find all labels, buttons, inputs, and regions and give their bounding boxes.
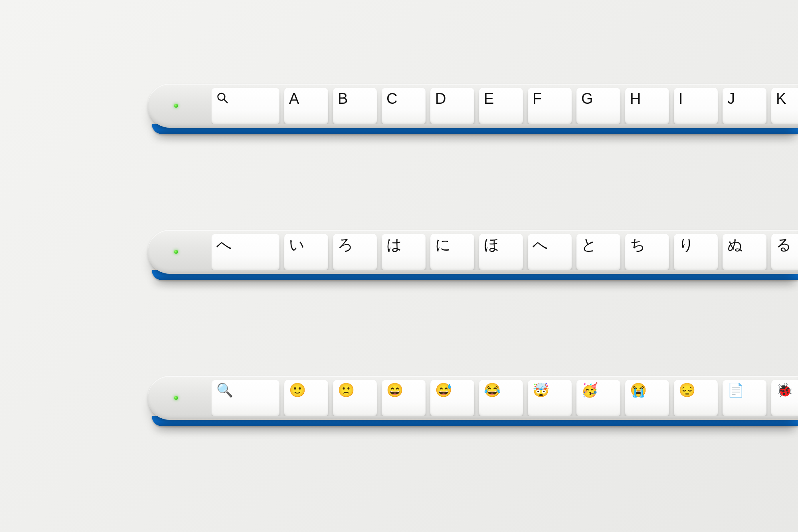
key-emoji-party[interactable]: 🥳 [576, 380, 620, 416]
key-label: J [727, 91, 735, 106]
key-I[interactable]: I [674, 88, 718, 124]
key-row: 🔍 🙂 🙁 😄 😅 😂 🤯 🥳 😭 😔 📄 🐞 [212, 380, 798, 416]
key-label: 😅 [435, 383, 452, 397]
key-ho[interactable]: ほ [479, 234, 523, 270]
key-search[interactable] [212, 88, 279, 124]
key-A[interactable]: A [284, 88, 328, 124]
key-label: ほ [484, 237, 499, 252]
keyboard-bar-emoji: 🔍 🙂 🙁 😄 😅 😂 🤯 🥳 😭 😔 📄 🐞 [148, 376, 798, 432]
key-label: G [581, 91, 593, 106]
key-label: 😭 [630, 383, 647, 397]
key-ha[interactable]: は [382, 234, 426, 270]
key-emoji-sob[interactable]: 😭 [625, 380, 669, 416]
key-label: 🤯 [533, 383, 549, 397]
search-icon [216, 92, 228, 104]
key-D[interactable]: D [430, 88, 474, 124]
key-label: 😂 [484, 383, 501, 397]
key-label: 🙂 [289, 383, 306, 397]
key-label: る [776, 237, 792, 252]
key-K[interactable]: K [771, 88, 798, 124]
key-label: 🥳 [581, 383, 598, 397]
key-label: 😔 [679, 383, 695, 397]
status-led-icon [174, 250, 178, 254]
key-chi[interactable]: ち [625, 234, 669, 270]
key-label: へ [533, 237, 548, 252]
key-label: と [581, 237, 597, 252]
key-emoji-pensive[interactable]: 😔 [674, 380, 718, 416]
search-icon: 🔍 [216, 383, 233, 397]
key-search-emoji[interactable]: 🔍 [212, 380, 279, 416]
key-label: り [679, 237, 694, 252]
status-led-icon [174, 104, 178, 108]
key-G[interactable]: G [576, 88, 620, 124]
key-label: A [289, 91, 299, 106]
key-label: K [776, 91, 786, 106]
key-emoji-sweat-smile[interactable]: 😅 [430, 380, 474, 416]
keyboard-bar-hiragana: へ い ろ は に ほ へ と ち り ぬ る [148, 230, 798, 286]
key-label: D [435, 91, 446, 106]
key-label: 🙁 [338, 383, 354, 397]
keyboard-bar-latin: A B C D E F G H I J K [148, 84, 798, 140]
key-C[interactable]: C [382, 88, 426, 124]
key-ni[interactable]: に [430, 234, 474, 270]
key-emoji-grin[interactable]: 😄 [382, 380, 426, 416]
svg-line-1 [224, 99, 228, 103]
key-nu[interactable]: ぬ [723, 234, 766, 270]
key-label: は [386, 237, 402, 252]
key-emoji-exploding-head[interactable]: 🤯 [528, 380, 572, 416]
key-ro[interactable]: ろ [333, 234, 377, 270]
key-label: F [533, 91, 542, 106]
key-label: い [289, 237, 305, 252]
keyboard-body: 🔍 🙂 🙁 😄 😅 😂 🤯 🥳 😭 😔 📄 🐞 [148, 376, 798, 420]
key-label: B [338, 91, 348, 106]
key-he[interactable]: へ [528, 234, 572, 270]
keyboard-body: A B C D E F G H I J K [148, 84, 798, 128]
key-F[interactable]: F [528, 88, 572, 124]
key-label: 😄 [386, 383, 403, 397]
key-he-first[interactable]: へ [212, 234, 279, 270]
keyboard-body: へ い ろ は に ほ へ と ち り ぬ る [148, 230, 798, 274]
key-label: ろ [338, 237, 353, 252]
key-label: に [435, 237, 451, 252]
key-B[interactable]: B [333, 88, 377, 124]
key-label: C [386, 91, 397, 106]
key-label: ち [630, 237, 646, 252]
key-emoji-frown[interactable]: 🙁 [333, 380, 377, 416]
status-led-icon [174, 396, 178, 400]
key-H[interactable]: H [625, 88, 669, 124]
key-label: へ [216, 237, 232, 252]
key-emoji-page[interactable]: 📄 [723, 380, 766, 416]
key-label: I [679, 91, 683, 106]
key-ri[interactable]: り [674, 234, 718, 270]
key-i[interactable]: い [284, 234, 328, 270]
key-label: 📄 [727, 383, 744, 397]
key-J[interactable]: J [723, 88, 766, 124]
key-emoji-joy[interactable]: 😂 [479, 380, 523, 416]
key-label: 🐞 [776, 383, 793, 397]
key-label: E [484, 91, 494, 106]
key-row: A B C D E F G H I J K [212, 88, 798, 124]
key-label: ぬ [727, 237, 743, 252]
key-E[interactable]: E [479, 88, 523, 124]
key-row: へ い ろ は に ほ へ と ち り ぬ る [212, 234, 798, 270]
product-render-stage: A B C D E F G H I J K へ い ろ は に [0, 0, 798, 532]
key-to[interactable]: と [576, 234, 620, 270]
key-emoji-smile[interactable]: 🙂 [284, 380, 328, 416]
key-ru[interactable]: る [771, 234, 798, 270]
key-label: H [630, 91, 641, 106]
key-emoji-ladybug[interactable]: 🐞 [771, 380, 798, 416]
